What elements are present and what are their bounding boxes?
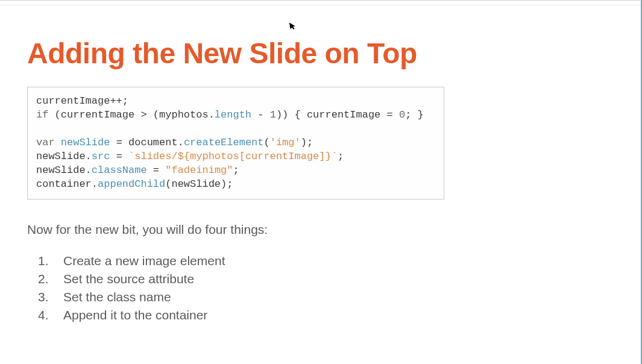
steps-list: Create a new image element Set the sourc…: [27, 254, 614, 322]
list-item: Set the source attribute: [38, 272, 614, 286]
code-block: currentImage++; if (currentImage > (myph…: [27, 87, 444, 199]
list-item-text: Set the source attribute: [63, 272, 194, 286]
slide-content: Adding the New Slide on Top currentImage…: [0, 1, 641, 350]
list-item: Create a new image element: [38, 254, 614, 268]
list-item: Append it to the container: [38, 308, 614, 322]
intro-paragraph: Now for the new bit, you will do four th…: [27, 222, 614, 237]
list-item-text: Set the class name: [63, 290, 171, 304]
list-item-text: Append it to the container: [63, 308, 207, 322]
list-item: Set the class name: [38, 290, 614, 304]
top-divider: [0, 5, 641, 5]
slide-title: Adding the New Slide on Top: [27, 37, 614, 70]
list-item-text: Create a new image element: [63, 254, 225, 268]
